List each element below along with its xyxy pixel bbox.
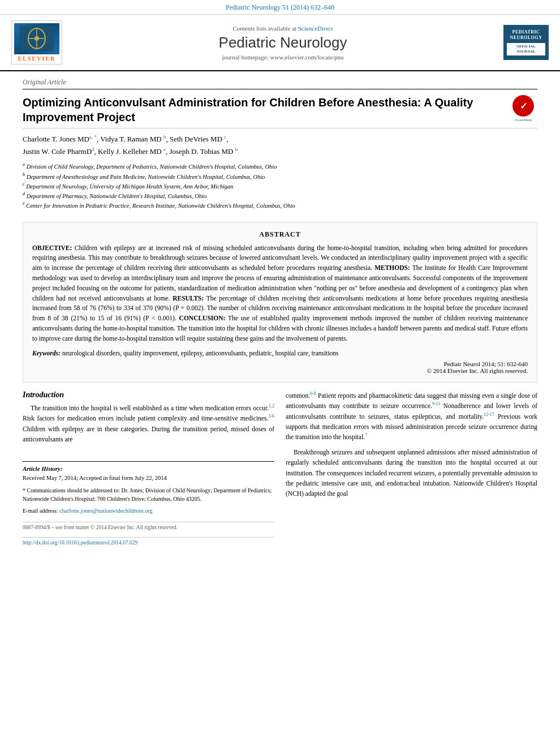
email-label: E-mail address:	[23, 508, 58, 514]
abstract-section: ABSTRACT OBJECTIVE: Children with epilep…	[23, 222, 537, 383]
methods-label: METHODS:	[374, 264, 410, 271]
affiliation-b: b Department of Anesthesiology and Pain …	[23, 171, 537, 181]
elsevier-text: ELSEVIER	[14, 55, 59, 62]
author-sup-b2: b	[235, 147, 238, 152]
author-vidya: , Vidya T. Raman MD	[97, 135, 163, 143]
aff-text-b: Department of Anesthesiology and Pain Me…	[27, 173, 265, 179]
keywords-line: Keywords: neurological disorders, qualit…	[32, 349, 528, 358]
communications-body: * Communications should be addressed to:…	[23, 487, 272, 502]
pn-logo: PEDIATRICNEUROLOGY OFFICIAL JOURNAL	[503, 25, 549, 61]
sciencedirect-line: Contents lists available at ScienceDirec…	[74, 25, 492, 32]
aff-sup-a: a	[23, 162, 25, 167]
conclusion-label: CONCLUSION:	[179, 315, 226, 321]
introduction-heading: Introduction	[23, 390, 274, 400]
elsevier-logo-image	[14, 23, 59, 54]
abstract-title: ABSTRACT	[32, 230, 528, 239]
journal-citation-bar: Pediatric Neurology 51 (2014) 632–640	[0, 0, 560, 15]
column-right: common.6-8 Patient reports and pharmacok…	[286, 390, 537, 546]
affiliation-c: c Department of Neurology, University of…	[23, 181, 537, 191]
issn-text: 0887-8994/$ – see front matter © 2014 El…	[23, 525, 178, 530]
keywords-label: Keywords:	[32, 350, 61, 357]
sup-12: 1,2	[269, 403, 274, 409]
author-joseph: , Joseph D. Tobias MD	[166, 147, 235, 156]
sup-7: 7	[365, 433, 367, 438]
crossmark-label: CrossMark	[509, 118, 537, 122]
footer-issn: 0887-8994/$ – see front matter © 2014 El…	[23, 522, 274, 530]
journal-title: Pediatric Neurology	[74, 34, 492, 51]
abstract-text: OBJECTIVE: Children with epilepsy are at…	[32, 243, 528, 344]
column-left: Introduction The transition into the hos…	[23, 390, 274, 546]
author-comma: ,	[226, 135, 228, 143]
journal-citation: Pediatric Neurology 51 (2014) 632–640	[226, 3, 334, 11]
pn-logo-subtitle: OFFICIAL JOURNAL	[507, 43, 545, 55]
two-column-section: Introduction The transition into the hos…	[23, 390, 537, 546]
history-title: Article History:	[23, 465, 274, 472]
main-content: Original Article Optimizing Anticonvulsa…	[0, 71, 560, 546]
email-line: E-mail address: charlotte.jones@nationwi…	[23, 506, 274, 515]
intro-paragraph2: common.6-8 Patient reports and pharmacok…	[286, 390, 537, 443]
journal-homepage: journal homepage: www.elsevier.com/locat…	[74, 54, 492, 61]
aff-text-d: Department of Pharmacy, Nationwide Child…	[27, 193, 207, 199]
aff-sup-d: d	[23, 191, 25, 196]
sup-911: 9-11	[432, 401, 440, 406]
article-history-box: Article History: Received May 7, 2014; A…	[23, 461, 274, 515]
authors-line2: Justin W. Cole PharmDd, Kelly J. Kellehe…	[23, 145, 537, 158]
author-justin: Justin W. Cole PharmD	[23, 147, 92, 156]
email-address[interactable]: charlotte.jones@nationwidechildrens.org	[59, 508, 153, 514]
crossmark-icon: ✓	[512, 95, 534, 117]
affiliation-d: d Department of Pharmacy, Nationwide Chi…	[23, 191, 537, 200]
elsevier-logo: ELSEVIER	[11, 20, 62, 65]
author-seth: , Seth DeVries MD	[166, 135, 224, 143]
authors-section: Charlotte T. Jones MDa, *, Vidya T. Rama…	[23, 128, 537, 214]
svg-point-4	[35, 36, 39, 41]
aff-sup-c: c	[23, 182, 25, 187]
pn-logo-title: PEDIATRICNEUROLOGY	[507, 29, 545, 41]
article-type: Original Article	[23, 71, 537, 89]
intro-paragraph1: The transition into the hospital is well…	[23, 403, 274, 445]
author-sup-a: a, *	[89, 134, 97, 140]
copyright-line: © 2014 Elsevier Inc. All rights reserved…	[32, 367, 528, 374]
crossmark: ✓ CrossMark	[509, 95, 537, 122]
aff-text-c: Department of Neurology, University of M…	[26, 183, 233, 189]
keywords-text: neurological disorders, quality improvem…	[62, 350, 339, 357]
sup-68: 6-8	[310, 391, 316, 396]
author-kelly: , Kelly J. Kelleher MD	[94, 147, 163, 156]
authors-line: Charlotte T. Jones MDa, *, Vidya T. Rama…	[23, 133, 537, 145]
objective-label: OBJECTIVE:	[32, 244, 72, 251]
doi-link[interactable]: http://dx.doi.org/10.1016/j.pediatrneuro…	[23, 540, 137, 546]
aff-sup-e: e	[23, 201, 25, 206]
communications-text: * Communications should be addressed to:…	[23, 486, 274, 503]
journal-header: ELSEVIER Contents lists available at Sci…	[0, 15, 560, 71]
aff-text-e: Center for Innovation in Pediatric Pract…	[26, 203, 295, 209]
sciencedirect-link[interactable]: ScienceDirect	[298, 25, 333, 32]
affiliation-a: a Division of Child Neurology, Departmen…	[23, 161, 537, 171]
article-title-section: Optimizing Anticonvulsant Administration…	[23, 89, 537, 128]
pn-logo-box: PEDIATRICNEUROLOGY OFFICIAL JOURNAL	[503, 25, 549, 61]
sup-1217: 12-17	[484, 412, 494, 417]
results-label: RESULTS:	[173, 295, 204, 302]
aff-sup-b: b	[23, 172, 25, 177]
article-title: Optimizing Anticonvulsant Administration…	[23, 95, 503, 124]
affiliations: a Division of Child Neurology, Departmen…	[23, 161, 537, 210]
affiliation-e: e Center for Innovation in Pediatric Pra…	[23, 200, 537, 210]
intro-paragraph3: Breakthrough seizures and subsequent unp…	[286, 447, 537, 499]
aff-text-a: Division of Child Neurology, Department …	[27, 164, 277, 170]
sup-36: 3-6	[268, 414, 274, 419]
footer-doi: http://dx.doi.org/10.1016/j.pediatrneuro…	[23, 537, 274, 546]
citation-line: Pediatr Neurol 2014; 51: 632-640	[32, 360, 528, 367]
author-charlotte: Charlotte T. Jones MD	[23, 135, 89, 143]
journal-center: Contents lists available at ScienceDirec…	[74, 25, 492, 61]
history-received: Received May 7, 2014; Accepted in final …	[23, 474, 274, 483]
